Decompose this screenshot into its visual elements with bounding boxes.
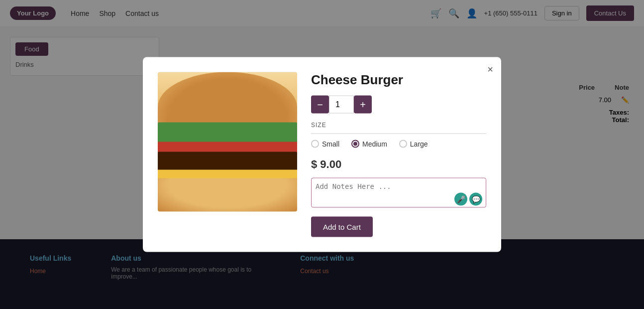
add-to-cart-button[interactable]: Add to Cart bbox=[311, 217, 373, 237]
microphone-icon[interactable]: 🎤 bbox=[454, 193, 467, 206]
size-large-label: Large bbox=[410, 140, 428, 148]
product-title: Cheese Burger bbox=[311, 72, 486, 88]
product-modal: × Cheese Burger − + SIZE Small bbox=[143, 57, 501, 252]
radio-medium-inner bbox=[353, 142, 357, 146]
burger-illustration bbox=[158, 72, 297, 212]
size-large[interactable]: Large bbox=[399, 140, 428, 148]
radio-large[interactable] bbox=[399, 140, 407, 148]
radio-small[interactable] bbox=[311, 140, 319, 148]
bun-bottom bbox=[158, 178, 297, 211]
notes-wrapper: 🎤 💬 bbox=[311, 178, 486, 210]
product-details: Cheese Burger − + SIZE Small Medium Larg… bbox=[311, 72, 486, 237]
quantity-input[interactable] bbox=[329, 96, 354, 114]
close-button[interactable]: × bbox=[487, 64, 493, 74]
size-divider bbox=[311, 134, 486, 134]
bun-top bbox=[158, 72, 297, 131]
size-medium[interactable]: Medium bbox=[351, 140, 387, 148]
product-price: $ 9.00 bbox=[311, 158, 486, 171]
decrease-quantity-button[interactable]: − bbox=[311, 96, 329, 114]
product-image bbox=[158, 72, 297, 212]
size-small[interactable]: Small bbox=[311, 140, 339, 148]
radio-medium[interactable] bbox=[351, 140, 359, 148]
size-small-label: Small bbox=[322, 140, 339, 148]
size-label: SIZE bbox=[311, 122, 486, 129]
chat-icon[interactable]: 💬 bbox=[469, 193, 482, 206]
notes-icons: 🎤 💬 bbox=[454, 193, 482, 206]
quantity-row: − + bbox=[311, 96, 486, 114]
size-options: Small Medium Large bbox=[311, 140, 486, 148]
size-medium-label: Medium bbox=[362, 140, 387, 148]
increase-quantity-button[interactable]: + bbox=[354, 96, 372, 114]
